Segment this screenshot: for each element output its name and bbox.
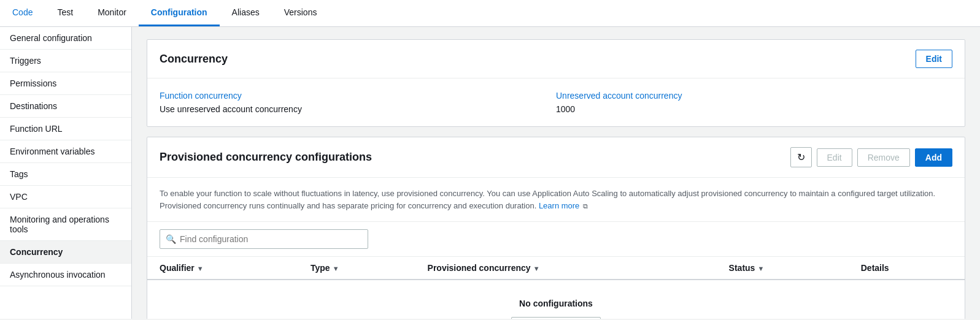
external-link-icon: ⧉ — [583, 202, 588, 210]
tab-configuration[interactable]: Configuration — [139, 0, 220, 26]
sidebar-item-environment-variables[interactable]: Environment variables — [0, 140, 131, 163]
sort-icon-type: ▼ — [333, 265, 339, 272]
provisioned-concurrency-card: Provisioned concurrency configurations ↻… — [147, 137, 965, 319]
tab-test[interactable]: Test — [45, 0, 85, 26]
sidebar-item-tags[interactable]: Tags — [0, 163, 131, 186]
col-qualifier[interactable]: Qualifier▼ — [147, 257, 298, 280]
sidebar-item-destinations[interactable]: Destinations — [0, 95, 131, 118]
function-concurrency-value: Use unreserved account concurrency — [160, 104, 556, 114]
table-header-row: Qualifier▼Type▼Provisioned concurrency▼S… — [147, 257, 965, 280]
sidebar-item-function-url[interactable]: Function URL — [0, 118, 131, 140]
unreserved-concurrency-value: 1000 — [556, 104, 952, 114]
search-input-wrap: 🔍 — [160, 229, 368, 249]
concurrency-edit-button[interactable]: Edit — [916, 50, 952, 68]
sidebar-item-asynchronous-invocation[interactable]: Asynchronous invocation — [0, 264, 131, 286]
sort-icon-status: ▼ — [757, 265, 764, 272]
provisioned-table: Qualifier▼Type▼Provisioned concurrency▼S… — [147, 257, 965, 280]
concurrency-card-title: Concurrency — [160, 53, 228, 66]
refresh-button[interactable]: ↻ — [790, 147, 812, 167]
function-concurrency-col: Function concurrency Use unreserved acco… — [160, 91, 556, 114]
col-type[interactable]: Type▼ — [298, 257, 415, 280]
add-configuration-button[interactable]: Add configuration — [511, 317, 601, 319]
sort-icon-provisioned_concurrency: ▼ — [533, 265, 540, 272]
sidebar-item-triggers[interactable]: Triggers — [0, 50, 131, 72]
sidebar: General configurationTriggersPermissions… — [0, 27, 132, 319]
content-area: Concurrency Edit Function concurrency Us… — [132, 27, 980, 319]
col-provisioned_concurrency[interactable]: Provisioned concurrency▼ — [415, 257, 717, 280]
no-configurations-text: No configurations — [147, 299, 965, 308]
provisioned-remove-button[interactable]: Remove — [857, 148, 910, 167]
search-bar: 🔍 — [147, 222, 965, 257]
sidebar-item-permissions[interactable]: Permissions — [0, 72, 131, 95]
provisioned-actions: ↻ Edit Remove Add — [790, 147, 952, 167]
function-concurrency-label: Function concurrency — [160, 91, 556, 101]
search-input[interactable] — [160, 229, 368, 249]
table-wrap: Qualifier▼Type▼Provisioned concurrency▼S… — [147, 257, 965, 319]
tab-monitor[interactable]: Monitor — [85, 0, 139, 26]
sidebar-item-concurrency[interactable]: Concurrency — [0, 241, 131, 264]
sidebar-item-vpc[interactable]: VPC — [0, 186, 131, 208]
table-head: Qualifier▼Type▼Provisioned concurrency▼S… — [147, 257, 965, 280]
concurrency-card-body: Function concurrency Use unreserved acco… — [147, 78, 965, 126]
concurrency-card: Concurrency Edit Function concurrency Us… — [147, 39, 965, 127]
tab-versions[interactable]: Versions — [272, 0, 330, 26]
provisioned-edit-button[interactable]: Edit — [817, 148, 852, 167]
no-data-section: No configurations Add configuration — [147, 280, 965, 319]
provisioned-card-header: Provisioned concurrency configurations ↻… — [147, 137, 965, 178]
provisioned-card-title: Provisioned concurrency configurations — [160, 151, 372, 164]
concurrency-card-header: Concurrency Edit — [147, 40, 965, 78]
provisioned-description: To enable your function to scale without… — [147, 178, 965, 222]
sort-icon-qualifier: ▼ — [197, 265, 204, 272]
unreserved-concurrency-label: Unreserved account concurrency — [556, 91, 952, 101]
tab-aliases[interactable]: Aliases — [220, 0, 272, 26]
provisioned-add-button[interactable]: Add — [915, 148, 952, 167]
sidebar-item-general-configuration[interactable]: General configuration — [0, 27, 131, 50]
sidebar-item-monitoring-and-operations-tools[interactable]: Monitoring and operations tools — [0, 208, 131, 241]
col-details: Details — [849, 257, 965, 280]
main-layout: General configurationTriggersPermissions… — [0, 27, 980, 319]
unreserved-concurrency-col: Unreserved account concurrency 1000 — [556, 91, 952, 114]
col-status[interactable]: Status▼ — [717, 257, 849, 280]
tabs-bar: CodeTestMonitorConfigurationAliasesVersi… — [0, 0, 980, 27]
search-icon: 🔍 — [166, 234, 176, 244]
concurrency-info: Function concurrency Use unreserved acco… — [160, 91, 952, 114]
learn-more-link[interactable]: Learn more — [539, 201, 579, 210]
tab-code[interactable]: Code — [0, 0, 45, 26]
